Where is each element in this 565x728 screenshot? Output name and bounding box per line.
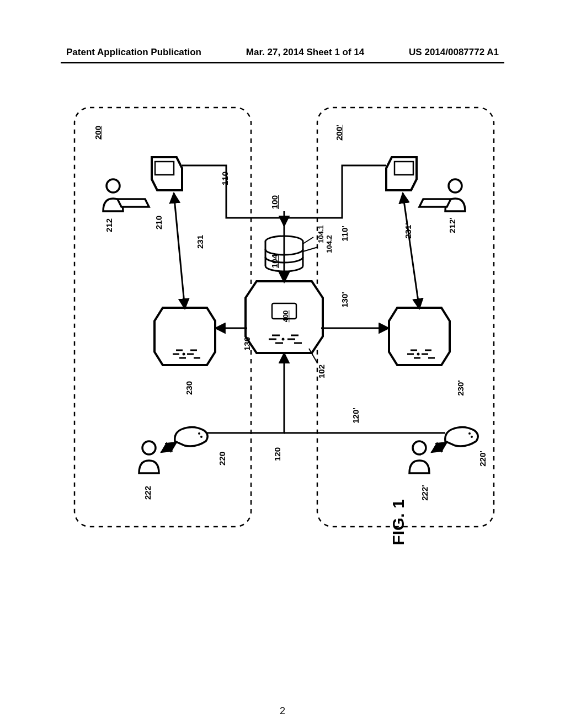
header-rule (61, 62, 504, 63)
svg-rect-14 (395, 162, 413, 175)
ref-220: 220 (217, 452, 227, 465)
svg-marker-15 (389, 308, 450, 365)
ref-212p: 212' (447, 217, 457, 233)
svg-point-13 (449, 179, 462, 192)
ref-104: 104 (270, 254, 279, 268)
ref-212: 212 (104, 218, 114, 232)
svg-point-19 (471, 436, 473, 438)
ref-230: 230 (184, 381, 194, 395)
ref-130: 130 (242, 337, 252, 351)
ref-400: 400 (281, 311, 290, 323)
svg-point-6 (106, 179, 120, 192)
ref-231: 231 (195, 235, 205, 249)
figure-1-diagram (66, 99, 502, 563)
header-left: Patent Application Publication (66, 47, 201, 58)
ref-130p: 130' (340, 292, 349, 308)
svg-rect-7 (155, 162, 174, 175)
header-center: Mar. 27, 2014 Sheet 1 of 14 (246, 47, 365, 58)
svg-point-3 (282, 338, 285, 341)
ref-100: 100 (270, 195, 279, 209)
svg-point-18 (468, 432, 471, 435)
svg-point-16 (417, 353, 420, 356)
ref-110p: 110' (340, 226, 349, 242)
svg-marker-8 (154, 308, 215, 365)
header-right: US 2014/0087772 A1 (409, 47, 499, 58)
ref-104-1: 104.1 (317, 225, 325, 243)
page-number: 2 (0, 705, 565, 717)
ref-222: 222 (143, 486, 152, 500)
ref-222p: 222' (420, 485, 429, 501)
ref-200p: 200' (334, 125, 344, 141)
ref-210: 210 (154, 216, 163, 229)
ref-120: 120 (273, 447, 282, 461)
ref-120p: 120' (351, 408, 360, 424)
ref-104-2: 104.2 (325, 235, 333, 253)
svg-point-9 (183, 353, 185, 356)
ref-110: 110 (220, 172, 230, 185)
svg-point-11 (198, 432, 200, 435)
svg-point-17 (413, 441, 426, 454)
ref-220p: 220' (478, 451, 487, 467)
ref-200: 200 (93, 126, 103, 140)
ref-102: 102 (317, 365, 326, 378)
ref-231p: 231' (403, 223, 413, 239)
figure-label: FIG. 1 (389, 499, 408, 545)
ref-230p: 230' (456, 380, 465, 396)
svg-point-10 (142, 441, 156, 454)
svg-point-12 (200, 436, 202, 438)
